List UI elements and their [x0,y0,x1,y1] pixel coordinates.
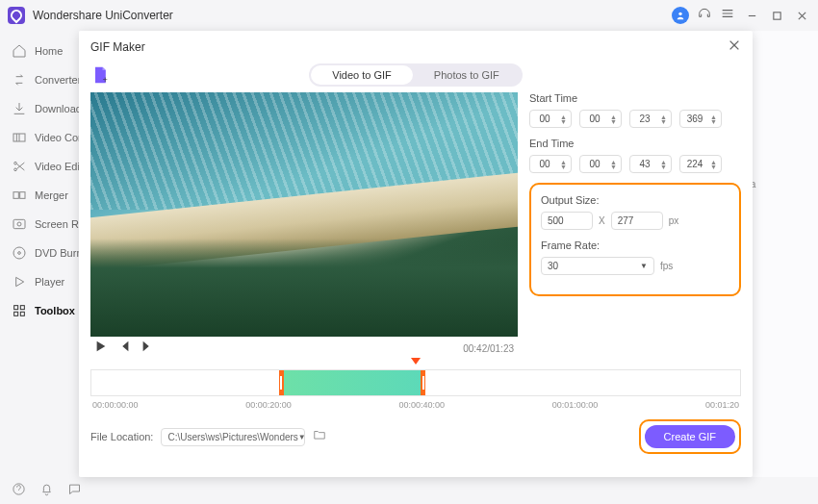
start-hours-input[interactable]: ▲▼ [529,110,572,128]
maximize-button[interactable] [768,7,785,24]
sidebar-item-downloader[interactable]: Downloader [0,94,79,123]
tab-video-to-gif[interactable]: Video to GIF [311,65,413,85]
prev-frame-button[interactable] [117,340,131,357]
svg-rect-1 [773,12,780,18]
app-title: Wondershare UniConverter [33,9,672,22]
svg-rect-13 [20,306,24,310]
sidebar-item-compressor[interactable]: Video Compressor [0,123,79,152]
sidebar-label: Video Compressor [35,132,79,143]
frame-rate-label: Frame Rate: [541,239,729,251]
support-icon[interactable] [697,6,712,25]
svg-rect-15 [20,312,24,315]
output-settings-highlight: Output Size: X px Frame Rate: 30▼ fps [529,183,741,296]
sidebar-item-toolbox[interactable]: Toolbox [0,296,79,325]
bell-icon[interactable] [39,482,54,500]
create-gif-highlight: Create GIF [639,419,741,454]
gif-maker-modal: GIF Maker + Video to GIF Photos to GIF 0… [79,31,753,477]
sidebar-item-merger[interactable]: Merger [0,181,79,210]
sidebar-item-converter[interactable]: Converter [0,65,79,94]
svg-marker-11 [16,277,24,286]
sidebar: Home Converter Downloader Video Compress… [0,31,79,477]
create-gif-button[interactable]: Create GIF [645,425,735,448]
tick-label: 00:00:20:00 [245,400,292,410]
sidebar-label: Converter [35,74,79,86]
x-separator: X [599,215,605,226]
sidebar-item-editor[interactable]: Video Editor [0,152,79,181]
merger-icon [12,188,27,203]
sidebar-label: Video Editor [35,161,79,172]
next-frame-button[interactable] [141,340,154,357]
modal-title: GIF Maker [90,40,728,54]
open-folder-button[interactable] [313,428,326,445]
svg-rect-7 [13,219,25,228]
px-unit: px [669,215,679,226]
start-minutes-input[interactable]: ▲▼ [579,110,622,128]
svg-rect-5 [13,192,18,199]
sidebar-label: Home [35,45,63,57]
timeline[interactable]: 00:00:00:00 00:00:20:00 00:00:40:00 00:0… [79,356,753,410]
timeline-track[interactable] [90,369,741,396]
output-width-input[interactable] [541,212,593,230]
play-button[interactable] [94,340,108,357]
sidebar-label: Downloader [35,103,79,114]
end-minutes-input[interactable]: ▲▼ [579,155,622,173]
sidebar-label: Toolbox [35,305,75,316]
modal-close-button[interactable] [728,38,741,56]
end-ms-input[interactable]: ▲▼ [679,155,722,173]
app-logo-icon [8,7,25,24]
compressor-icon [12,130,27,145]
home-icon [12,43,27,59]
download-icon [12,101,27,116]
hamburger-menu-icon[interactable] [720,6,735,25]
fps-unit: fps [660,261,673,271]
chevron-down-icon: ▼ [298,433,306,441]
svg-point-3 [14,162,17,164]
converter-icon [12,72,27,88]
sidebar-label: Merger [35,189,68,201]
close-button[interactable] [793,7,810,24]
sidebar-item-recorder[interactable]: Screen Recorder [0,210,79,239]
file-location-select[interactable]: C:\Users\ws\Pictures\Wonders▼ [161,428,305,446]
svg-text:+: + [103,75,108,85]
frame-rate-select[interactable]: 30▼ [541,257,654,275]
tab-photos-to-gif[interactable]: Photos to GIF [413,65,521,85]
sidebar-item-player[interactable]: Player [0,267,79,296]
svg-point-8 [17,222,21,226]
recorder-icon [12,216,27,232]
disc-icon [12,245,27,261]
play-icon [12,274,27,290]
timeline-selection[interactable] [279,370,425,395]
start-seconds-input[interactable]: ▲▼ [629,110,672,128]
sidebar-label: Player [35,276,64,288]
playhead-icon[interactable] [411,358,421,365]
mode-tabs: Video to GIF Photos to GIF [309,63,522,87]
sidebar-item-home[interactable]: Home [0,37,79,65]
start-time-label: Start Time [529,92,741,104]
feedback-icon[interactable] [67,482,82,500]
svg-point-4 [14,168,17,171]
user-avatar-icon[interactable] [672,7,689,24]
svg-point-0 [678,13,681,15]
sidebar-label: Screen Recorder [35,218,79,230]
end-time-label: End Time [529,138,741,149]
time-display: 00:42/01:23 [463,343,514,354]
svg-point-10 [18,252,21,255]
end-seconds-input[interactable]: ▲▼ [629,155,672,173]
add-file-icon[interactable]: + [90,65,110,85]
sidebar-label: DVD Burner [35,247,79,259]
tick-label: 00:00:00:00 [92,400,139,410]
svg-marker-17 [97,341,106,352]
chevron-down-icon: ▼ [640,262,648,270]
video-preview[interactable] [90,92,518,337]
scissors-icon [12,159,27,174]
minimize-button[interactable] [743,7,760,24]
output-size-label: Output Size: [541,194,729,206]
end-hours-input[interactable]: ▲▼ [529,155,572,173]
start-ms-input[interactable]: ▲▼ [679,110,722,128]
tick-label: 00:00:40:00 [398,400,445,410]
help-icon[interactable] [12,482,26,500]
svg-rect-12 [14,306,18,310]
svg-point-9 [13,247,25,259]
sidebar-item-dvd[interactable]: DVD Burner [0,239,79,267]
output-height-input[interactable] [611,212,663,230]
